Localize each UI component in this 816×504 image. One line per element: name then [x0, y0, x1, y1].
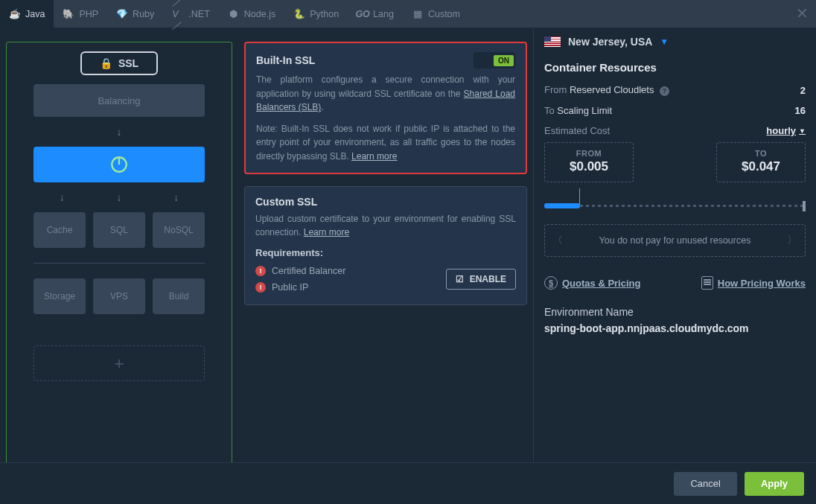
nosql-node[interactable]: NoSQL: [153, 212, 205, 248]
region-selector[interactable]: New Jersey, USA ▼: [544, 36, 806, 48]
close-icon[interactable]: ✕: [796, 4, 809, 22]
requirement-label: Public IP: [272, 282, 308, 293]
apply-label: Apply: [761, 478, 788, 489]
arrow-down-icon: ↓: [117, 126, 122, 138]
pay-info-text: You do not pay for unused resources: [599, 235, 751, 246]
vps-node[interactable]: VPS: [93, 278, 145, 314]
tab-nodejs[interactable]: ⬢ Node.js: [219, 0, 284, 28]
quotas-label: Quotas & Pricing: [562, 278, 640, 289]
tab-label: Lang: [373, 9, 394, 19]
arrows-split: ↓ ↓ ↓: [34, 191, 205, 203]
power-icon: [109, 155, 129, 174]
custom-ssl-body: Upload custom certificate to your enviro…: [255, 212, 516, 240]
reserved-cloudlets-value: 2: [800, 85, 806, 96]
scaling-limit-value: 16: [795, 105, 806, 116]
how-pricing-works-link[interactable]: How Pricing Works: [701, 276, 806, 290]
python-icon: 🐍: [293, 8, 305, 20]
cost-slider[interactable]: [544, 199, 806, 214]
balancing-label: Balancing: [98, 95, 140, 106]
apply-button[interactable]: Apply: [745, 472, 804, 496]
tab-python[interactable]: 🐍 Python: [284, 0, 348, 28]
quotas-pricing-link[interactable]: $ Quotas & Pricing: [544, 276, 640, 290]
slider-track: [544, 205, 806, 207]
build-node[interactable]: Build: [153, 278, 205, 314]
enable-button[interactable]: ☑ ENABLE: [446, 269, 516, 290]
ruby-icon: 💎: [116, 8, 128, 20]
tab-java[interactable]: ☕ Java: [0, 0, 54, 28]
enable-label: ENABLE: [470, 274, 506, 284]
tab-label: Java: [25, 9, 45, 19]
language-tabs: ☕ Java 🐘 PHP 💎 Ruby ／V／ .NET ⬢ Node.js 🐍…: [0, 0, 816, 28]
builtin-ssl-toggle[interactable]: ON: [474, 52, 515, 68]
learn-more-link[interactable]: Learn more: [304, 227, 349, 237]
tab-label: Ruby: [133, 9, 154, 19]
slider-tick: [579, 188, 580, 205]
check-icon: ☑: [456, 274, 464, 284]
chevron-down-icon: ▼: [660, 36, 669, 47]
divider: [34, 263, 205, 264]
scaling-limit-label: Scaling Limit: [557, 105, 612, 116]
requirements-title: Requirements:: [255, 247, 516, 258]
lock-icon: 🔒: [100, 57, 112, 69]
to-label: To: [544, 105, 555, 116]
tab-custom[interactable]: ▦ Custom: [403, 0, 469, 28]
ssl-badge[interactable]: 🔒 SSL: [80, 51, 158, 75]
pay-info-banner: 〈 You do not pay for unused resources 〉: [544, 224, 806, 257]
to-cost-box: TO $0.047: [716, 142, 806, 182]
estimated-cost-label: Estimated Cost: [544, 125, 610, 136]
builtin-ssl-body: The platform configures a secure connect…: [256, 73, 515, 164]
builtin-ssl-title: Built-In SSL: [256, 54, 315, 66]
scaling-limit-row: To Scaling Limit 16: [544, 105, 806, 116]
tab-ruby[interactable]: 💎 Ruby: [107, 0, 163, 28]
plus-icon: ＋: [111, 352, 127, 374]
arrow-down-icon: ↓: [173, 191, 179, 203]
cancel-label: Cancel: [690, 478, 720, 489]
tab-label: Python: [310, 9, 339, 19]
topology-panel: 🔒 SSL Balancing ↓ ↓ ↓ ↓ Cache SQL: [6, 42, 232, 481]
help-icon[interactable]: ?: [660, 86, 669, 96]
php-icon: 🐘: [63, 8, 74, 20]
resources-panel: New Jersey, USA ▼ Container Resources Fr…: [533, 28, 816, 462]
dollar-icon: $: [544, 276, 558, 290]
tile-label: Cache: [47, 225, 73, 235]
tile-label: VPS: [110, 291, 128, 302]
tile-label: NoSQL: [164, 225, 193, 235]
tab-go[interactable]: GO Lang: [348, 0, 403, 28]
to-cost-value: $0.047: [717, 159, 805, 174]
estimated-cost-row: Estimated Cost hourly ▼: [544, 125, 806, 136]
tile-label: Build: [169, 291, 189, 302]
arrow-down-icon: ↓: [60, 191, 65, 203]
dotnet-icon: ／V／: [172, 8, 184, 20]
nodejs-icon: ⬢: [228, 8, 240, 20]
from-cost-value: $0.005: [545, 159, 633, 174]
sql-node[interactable]: SQL: [93, 212, 145, 248]
period-selector[interactable]: hourly ▼: [766, 125, 806, 136]
add-node-button[interactable]: ＋: [34, 345, 205, 381]
tab-label: Custom: [428, 9, 460, 19]
chevron-right-icon[interactable]: 〉: [787, 234, 797, 247]
balancing-node[interactable]: Balancing: [34, 84, 205, 117]
tab-php[interactable]: 🐘 PHP: [54, 0, 107, 28]
to-cost-label: TO: [717, 149, 805, 158]
arrow-down-icon: ↓: [116, 191, 121, 203]
java-icon: ☕: [9, 8, 21, 20]
storage-node[interactable]: Storage: [34, 278, 86, 314]
requirement-label: Certified Balancer: [272, 266, 345, 276]
cancel-button[interactable]: Cancel: [674, 472, 736, 496]
tab-dotnet[interactable]: ／V／ .NET: [163, 0, 218, 28]
footer-actions: Cancel Apply: [0, 462, 816, 504]
toggle-on-label: ON: [494, 55, 514, 66]
chevron-left-icon[interactable]: 〈: [552, 234, 563, 247]
tab-label: PHP: [79, 9, 98, 19]
app-server-node[interactable]: [34, 147, 205, 182]
from-cost-box: FROM $0.005: [544, 142, 634, 182]
learn-more-link[interactable]: Learn more: [351, 151, 397, 162]
document-icon: [701, 276, 713, 290]
reserved-cloudlets-label: Reserved Cloudlets: [570, 84, 654, 95]
custom-desc: Upload custom certificate to your enviro…: [255, 214, 516, 238]
from-cost-label: FROM: [545, 149, 633, 158]
how-pricing-label: How Pricing Works: [718, 278, 806, 289]
custom-ssl-card: Custom SSL Upload custom certificate to …: [244, 186, 527, 305]
from-label: From: [544, 84, 567, 95]
cache-node[interactable]: Cache: [34, 212, 86, 248]
